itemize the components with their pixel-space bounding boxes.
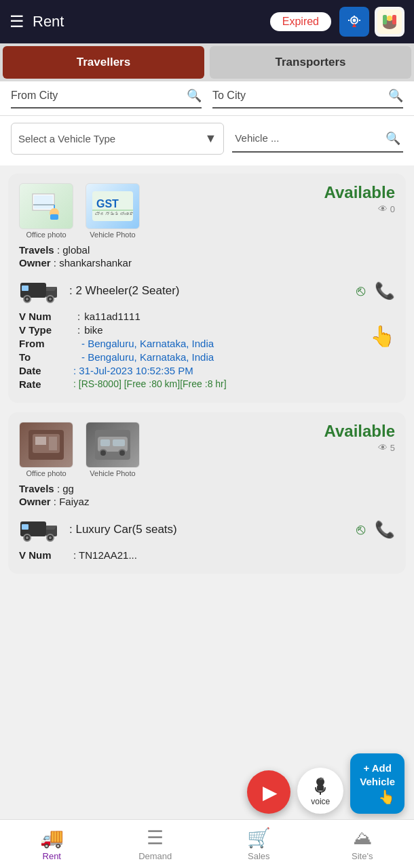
office-photo-1-img <box>20 189 73 224</box>
svg-rect-34 <box>49 437 57 450</box>
owner-value-2: Faiyaz <box>59 496 89 507</box>
phone-icon-1[interactable]: 📞 <box>375 281 395 300</box>
tab-transporters[interactable]: Transporters <box>210 46 411 79</box>
cards-area: Office photo GST ಪ್ರಸ್ತುತ ಟ್ಯಾಕ್ಸ್ Vehic… <box>0 165 414 582</box>
to-city-label: To City <box>212 90 246 102</box>
food-icon <box>377 9 402 34</box>
from-city-search-icon[interactable]: 🔍 <box>187 88 202 103</box>
office-photo-2-container: Office photo <box>19 422 73 477</box>
vehicle-select-placeholder: Select a Vehicle Type <box>18 133 115 144</box>
listing-card-2: Office photo Vehicle P <box>8 412 406 574</box>
svg-point-29 <box>49 298 52 300</box>
touch-icon-1[interactable]: 👆 <box>370 324 395 348</box>
office-photo-2 <box>19 422 73 468</box>
date-row-1: Date : 31-Jul-2023 10:52:35 PM <box>19 365 370 376</box>
svg-rect-48 <box>22 524 29 530</box>
bottom-nav: 🚚 Rent ☰ Demand 🛒 Sales ⛰ Site's <box>0 819 414 868</box>
available-block-2: Available 👁 5 <box>324 422 396 453</box>
from-city-field[interactable]: From City 🔍 <box>11 88 202 108</box>
to-key-1: To <box>19 351 73 363</box>
vehicle-type-row-2: : Luxury Car(5 seats) ⎋ 📞 <box>19 514 395 545</box>
truck-icon-2 <box>19 514 61 545</box>
search-row: From City 🔍 To City 🔍 <box>0 81 414 116</box>
sites-nav-label: Site's <box>352 851 373 861</box>
add-vehicle-fab[interactable]: + Add Vehicle 👆 <box>350 753 404 814</box>
owner-label-1: Owner <box>19 257 51 269</box>
play-fab[interactable]: ▶ <box>247 770 290 814</box>
available-status-1: Available <box>324 183 396 202</box>
vtype-val-1: bike <box>84 324 103 336</box>
vehicle-type-select[interactable]: Select a Vehicle Type ▼ <box>11 123 224 155</box>
expired-button[interactable]: Expired <box>270 12 331 31</box>
office-photo-1-container: Office photo <box>19 183 73 239</box>
svg-rect-16 <box>50 214 58 220</box>
owner-line-2: Owner : Faiyaz <box>19 496 395 507</box>
views-row-2: 👁 5 <box>324 442 396 453</box>
hamburger-icon[interactable]: ☰ <box>10 12 24 31</box>
office-illustration-2 <box>29 430 64 460</box>
owner-label-2: Owner <box>19 496 51 507</box>
svg-point-39 <box>100 450 107 456</box>
vehicle-photo-2-container: Vehicle Photo <box>86 422 140 477</box>
vnum-key-1: V Num <box>19 311 73 322</box>
food-icon-box[interactable] <box>375 7 404 37</box>
gps-icon-box[interactable] <box>339 7 369 37</box>
svg-rect-30 <box>22 285 29 291</box>
travels-sep-1: : <box>57 244 62 256</box>
vnum-val-1: ka11ad1111 <box>84 311 140 322</box>
available-block-1: Available 👁 0 <box>324 183 396 214</box>
voice-fab[interactable]: voice <box>297 768 343 814</box>
truck-svg-1 <box>20 277 60 304</box>
phone-icon-2[interactable]: 📞 <box>375 520 395 539</box>
travels-label-2: Travels <box>19 483 54 494</box>
vehicle-type-row-1: : 2 Wheeler(2 Seater) ⎋ 📞 <box>19 275 395 307</box>
nav-rent[interactable]: 🚚 Rent <box>0 820 104 868</box>
office-photo-1-label: Office photo <box>19 231 73 239</box>
vnum-row-2: V Num : TN12AA21... <box>19 549 395 561</box>
svg-rect-37 <box>100 439 110 446</box>
detail-table-1: V Num : ka11ad1111 V Type : bike From - … <box>19 311 370 392</box>
office-illustration <box>29 191 64 221</box>
share-icon-1[interactable]: ⎋ <box>356 282 365 300</box>
nav-demand[interactable]: ☰ Demand <box>104 820 208 868</box>
vehicle-search-icon[interactable]: 🔍 <box>385 131 400 146</box>
rent-nav-label: Rent <box>43 851 61 861</box>
nav-sites[interactable]: ⛰ Site's <box>311 820 415 868</box>
to-city-field[interactable]: To City 🔍 <box>212 88 403 108</box>
owner-sep-1: : <box>54 257 59 269</box>
card-info-2: Travels : gg Owner : Faiyaz <box>19 483 395 507</box>
fab-area: ▶ voice + Add Vehicle 👆 <box>247 753 404 814</box>
available-status-2: Available <box>324 422 396 441</box>
tab-travellers[interactable]: Travellers <box>3 46 204 79</box>
svg-text:GST: GST <box>96 198 119 210</box>
svg-rect-14 <box>34 195 53 209</box>
truck-svg-2 <box>20 516 60 543</box>
truck-icon-1 <box>19 275 61 307</box>
nav-sales[interactable]: 🛒 Sales <box>207 820 311 868</box>
to-city-search-icon[interactable]: 🔍 <box>388 88 403 103</box>
add-vehicle-label: + Add Vehicle <box>360 762 395 788</box>
demand-nav-label: Demand <box>138 851 172 861</box>
office-photo-2-label: Office photo <box>19 469 73 477</box>
travels-label-1: Travels <box>19 244 54 256</box>
chevron-down-icon: ▼ <box>205 132 217 146</box>
svg-text:ಪ್ರಸ್ತುತ ಟ್ಯಾಕ್ಸ್: ಪ್ರಸ್ತುತ ಟ್ಯಾಕ್ಸ್ <box>95 212 133 216</box>
owner-sep-2: : <box>54 496 59 507</box>
card-info-1: Travels : global Owner : shankarshankar <box>19 244 395 269</box>
listing-card-1: Office photo GST ಪ್ರಸ್ತುತ ಟ್ಯಾಕ್ಸ್ Vehic… <box>8 174 406 403</box>
svg-rect-11 <box>392 15 396 24</box>
card-actions-1: ⎋ 📞 <box>356 281 395 300</box>
vtype-key-1: V Type <box>19 324 73 336</box>
vehicle-search-field[interactable]: Vehicle ... 🔍 <box>232 125 403 153</box>
from-city-label: From City <box>11 90 58 102</box>
from-row-1: From - Bengaluru, Karnataka, India <box>19 338 370 349</box>
share-icon-2[interactable]: ⎋ <box>356 521 365 538</box>
gst-illustration: GST ಪ್ರಸ್ತುತ ಟ್ಯಾಕ್ಸ್ <box>92 191 133 221</box>
office-photo-2-img <box>20 427 73 462</box>
sites-nav-icon: ⛰ <box>353 827 372 849</box>
svg-point-27 <box>26 298 29 300</box>
svg-rect-38 <box>113 439 125 446</box>
owner-value-1: shankarshankar <box>59 257 132 269</box>
svg-point-12 <box>387 16 392 21</box>
travels-line-1: Travels : global <box>19 244 395 256</box>
